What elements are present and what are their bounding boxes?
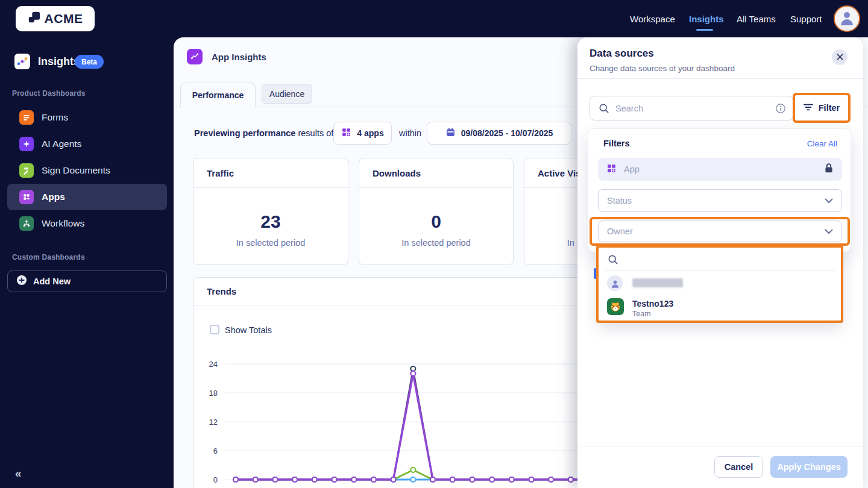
lock-icon [824,163,834,176]
filters-title: Filters [603,139,630,148]
svg-text:6: 6 [213,446,218,455]
drawer-footer-divider [577,446,863,446]
date-range-label: 09/08/2025 - 10/07/2025 [461,128,553,138]
forms-icon [19,110,34,125]
clear-all-link[interactable]: Clear All [807,139,837,148]
stat-card-traffic: Traffic 23 In selected period [193,158,348,265]
sidebar-collapse-button[interactable]: « [15,467,22,480]
insights-app-icon [14,54,30,69]
acme-logo[interactable]: ACME [16,6,95,31]
app-grid-icon [606,163,617,176]
tab-performance[interactable]: Performance [180,83,256,107]
drawer-header-divider [577,78,863,79]
stat-card-caption: In selected period [193,238,348,248]
acme-logo-icon [28,11,41,27]
sidebar-item-label: Workflows [42,218,84,229]
owner-option-team[interactable]: Testno123 Team [607,297,834,319]
svg-text:12: 12 [209,418,218,427]
sidebar-app-title: Insights [38,55,80,68]
sidebar-item-workflows[interactable]: Workflows [7,210,167,237]
filter-field-status-label: Status [607,196,817,205]
user-avatar[interactable] [834,5,860,32]
team-option-name: Testno123 [632,299,673,308]
apps-selector-button[interactable]: 4 apps [333,122,392,145]
person-icon [838,8,856,29]
preview-suffix: results of [295,128,333,138]
sign-documents-icon [19,163,34,178]
filter-field-owner-label: Owner [607,227,817,236]
date-range-button[interactable]: 09/08/2025 - 10/07/2025 [427,122,571,145]
cancel-button[interactable]: Cancel [714,456,763,478]
svg-text:18: 18 [209,389,218,398]
stat-card-value: 0 [359,211,513,232]
stat-card-title: Downloads [359,158,513,188]
sidebar-item-sign-documents[interactable]: Sign Documents [7,157,167,184]
tab-audience[interactable]: Audience [262,84,312,104]
drawer-title: Data sources [590,48,654,60]
section-label-custom-dashboards: Custom Dashboards [12,253,85,261]
show-totals-label: Show Totals [225,325,272,335]
stat-card-value: 23 [193,211,348,232]
sidebar-item-apps[interactable]: Apps [7,184,167,210]
close-icon [837,52,843,63]
workflows-icon [19,216,34,231]
svg-text:24: 24 [209,360,218,369]
chevron-down-icon [825,195,833,206]
search-icon[interactable] [607,254,619,268]
info-icon[interactable] [775,103,786,116]
owner-dropdown: Testno123 Team [598,247,841,321]
filter-field-app: App [598,158,842,181]
data-sources-drawer: Data sources Change data sources of your… [577,37,863,488]
filter-button-label: Filter [819,103,840,113]
filter-field-status[interactable]: Status [598,189,842,212]
filter-button[interactable]: Filter [793,93,851,123]
calendar-icon [445,127,456,139]
nav-link-all-teams[interactable]: All Teams [737,14,776,24]
sidebar-item-label: Apps [42,192,65,202]
preview-prefix: Previewing [194,128,243,138]
nav-link-support[interactable]: Support [790,14,822,24]
nav-link-workspace[interactable]: Workspace [630,14,675,24]
sidebar-item-forms[interactable]: Forms [7,104,167,131]
svg-text:0: 0 [213,475,218,484]
team-avatar-icon [607,298,624,315]
stat-card-downloads: Downloads 0 In selected period [359,158,514,265]
plus-circle-icon [16,275,27,288]
nav-active-underline [696,29,713,31]
stat-card-title: Traffic [193,158,348,188]
page-title: App Insights [212,52,266,62]
within-text: within [399,128,421,138]
nav-link-insights[interactable]: Insights [689,14,724,24]
beta-badge: Beta [75,55,104,69]
sidebar-item-ai-agents[interactable]: AI Agents [7,131,167,157]
user-avatar-icon [607,275,623,291]
drawer-subtitle: Change data sources of your dashboard [590,64,735,73]
apps-selector-label: 4 apps [357,128,383,138]
search-icon [598,102,610,117]
apps-icon [19,190,34,204]
show-totals-checkbox[interactable] [210,325,219,334]
sidebar-item-label: Sign Documents [42,165,110,176]
filter-icon [804,103,813,113]
redacted-user-name [632,278,683,287]
drawer-search-field[interactable] [590,96,793,120]
preview-bar-text: Previewing performance results of [194,128,333,138]
apply-changes-button[interactable]: Apply Changes [770,456,848,478]
add-new-button[interactable]: Add New [7,271,167,292]
ai-agents-icon [19,137,34,151]
sidebar-item-label: Forms [42,112,68,123]
filter-field-app-label: App [624,164,817,174]
search-input[interactable] [615,96,766,120]
acme-logo-text: ACME [45,11,83,26]
app-insights-icon [187,49,203,64]
filter-field-owner[interactable]: Owner [598,221,842,242]
section-label-product-dashboards: Product Dashboards [12,89,86,98]
preview-bold: performance [243,128,296,138]
team-option-type: Team [632,310,651,318]
filters-popover: Filters Clear All App Status Owner [588,128,851,252]
stat-card-caption: In selected period [359,238,513,248]
drawer-close-button[interactable] [832,49,848,65]
app-grid-icon [341,127,351,139]
add-new-label: Add New [33,277,71,286]
owner-option-user[interactable] [607,274,834,295]
